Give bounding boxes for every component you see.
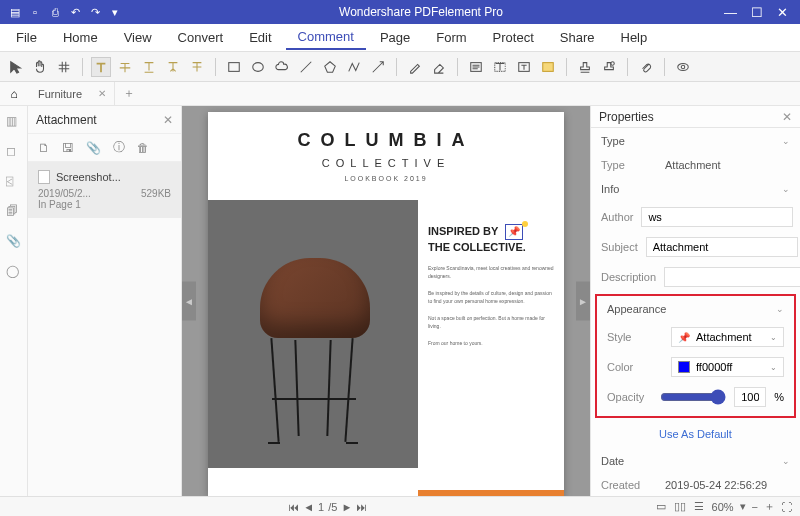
- hide-annotations-tool[interactable]: [673, 57, 693, 77]
- thumbnails-icon[interactable]: ▥: [6, 114, 22, 130]
- page-current[interactable]: 1: [318, 501, 324, 513]
- add-tab-button[interactable]: ＋: [115, 85, 143, 102]
- zoom-out-icon[interactable]: −: [752, 501, 758, 513]
- zoom-dropdown-icon[interactable]: ▾: [740, 500, 746, 513]
- oval-tool[interactable]: [248, 57, 268, 77]
- first-page-icon[interactable]: ⏮: [288, 501, 299, 513]
- section-info-header[interactable]: Info⌄: [591, 176, 800, 202]
- pencil-tool[interactable]: [405, 57, 425, 77]
- annotations-icon[interactable]: 🗐: [6, 204, 22, 220]
- attachment-annotation-icon[interactable]: 📌: [505, 224, 523, 240]
- line-tool[interactable]: [296, 57, 316, 77]
- select-tool[interactable]: [6, 57, 26, 77]
- use-as-default-link[interactable]: Use As Default: [591, 420, 800, 448]
- fullscreen-icon[interactable]: ⛶: [781, 501, 792, 513]
- description-input[interactable]: [664, 267, 800, 287]
- document-tab[interactable]: Furniture ✕: [28, 82, 115, 105]
- main-area: ▥ ◻ ⍃ 🗐 📎 ◯ Attachment ✕ 🗋 🖫 📎 ⓘ 🗑 Scree…: [0, 106, 800, 496]
- properties-close-icon[interactable]: ✕: [782, 110, 792, 124]
- polygon-tool[interactable]: [320, 57, 340, 77]
- color-select[interactable]: ff0000ff ⌄: [671, 357, 784, 377]
- search-icon[interactable]: ◯: [6, 264, 22, 280]
- menu-convert[interactable]: Convert: [166, 26, 236, 49]
- document-canvas[interactable]: ◄ ► COLUMBIA COLLECTIVE LOOKBOOK 2019: [182, 106, 590, 496]
- menu-edit[interactable]: Edit: [237, 26, 283, 49]
- panel-close-icon[interactable]: ✕: [163, 113, 173, 127]
- continuous-view-icon[interactable]: ☰: [694, 500, 704, 513]
- color-label: Color: [607, 361, 663, 373]
- redo-icon[interactable]: ↷: [88, 5, 102, 19]
- menu-protect[interactable]: Protect: [481, 26, 546, 49]
- zoom-value[interactable]: 60%: [712, 501, 734, 513]
- style-select[interactable]: 📌 Attachment ⌄: [671, 327, 784, 347]
- pin-icon: 📌: [678, 332, 690, 343]
- cloud-tool[interactable]: [272, 57, 292, 77]
- chevron-down-icon: ⌄: [770, 363, 777, 372]
- svg-point-8: [681, 65, 685, 69]
- tab-home[interactable]: ⌂: [0, 87, 28, 101]
- attachments-icon[interactable]: 📎: [6, 234, 22, 250]
- quick-access-toolbar: ▤ ▫ ⎙ ↶ ↷ ▾: [0, 5, 130, 19]
- undo-icon[interactable]: ↶: [68, 5, 82, 19]
- subject-input[interactable]: [646, 237, 798, 257]
- prev-page-icon[interactable]: ◄: [303, 501, 314, 513]
- next-page-arrow[interactable]: ►: [576, 282, 590, 321]
- edit-tool[interactable]: [54, 57, 74, 77]
- print-icon[interactable]: ⎙: [48, 5, 62, 19]
- menu-home[interactable]: Home: [51, 26, 110, 49]
- attach-add-icon[interactable]: 🗋: [38, 141, 50, 155]
- attachment-tool[interactable]: [636, 57, 656, 77]
- menu-comment[interactable]: Comment: [286, 25, 366, 50]
- single-page-view-icon[interactable]: ▭: [656, 500, 666, 513]
- file-icon: [38, 170, 50, 184]
- opacity-slider[interactable]: [660, 389, 726, 405]
- stamp-tool[interactable]: [575, 57, 595, 77]
- custom-stamp-tool[interactable]: [599, 57, 619, 77]
- prev-page-arrow[interactable]: ◄: [182, 282, 196, 321]
- hand-tool[interactable]: [30, 57, 50, 77]
- menu-form[interactable]: Form: [424, 26, 478, 49]
- separator: [82, 58, 83, 76]
- close-button[interactable]: ✕: [777, 5, 788, 20]
- menu-file[interactable]: File: [4, 26, 49, 49]
- attach-info-icon[interactable]: ⓘ: [113, 139, 125, 156]
- highlight-text-tool[interactable]: [91, 57, 111, 77]
- bookmark-ribbon-icon[interactable]: ⍃: [6, 174, 22, 190]
- connected-lines-tool[interactable]: [344, 57, 364, 77]
- underline-tool[interactable]: [139, 57, 159, 77]
- eraser-tool[interactable]: [429, 57, 449, 77]
- rectangle-tool[interactable]: [224, 57, 244, 77]
- menu-help[interactable]: Help: [609, 26, 660, 49]
- caret-tool[interactable]: [163, 57, 183, 77]
- strikethrough-tool[interactable]: [115, 57, 135, 77]
- area-highlight-tool[interactable]: [538, 57, 558, 77]
- save-icon[interactable]: ▫: [28, 5, 42, 19]
- qat-dropdown-icon[interactable]: ▾: [108, 5, 122, 19]
- two-page-view-icon[interactable]: ▯▯: [674, 500, 686, 513]
- menu-view[interactable]: View: [112, 26, 164, 49]
- author-input[interactable]: [641, 207, 793, 227]
- text-box-tool[interactable]: [514, 57, 534, 77]
- menu-page[interactable]: Page: [368, 26, 422, 49]
- note-tool[interactable]: [466, 57, 486, 77]
- typewriter-tool[interactable]: [490, 57, 510, 77]
- tab-close-icon[interactable]: ✕: [98, 88, 106, 99]
- section-type-header[interactable]: Type⌄: [591, 128, 800, 154]
- minimize-button[interactable]: ―: [724, 5, 737, 20]
- opacity-input[interactable]: [734, 387, 766, 407]
- attachment-item[interactable]: Screenshot... 2019/05/2... 529KB In Page…: [28, 162, 181, 218]
- attach-delete-icon[interactable]: 🗑: [137, 141, 149, 155]
- attach-link-icon[interactable]: 📎: [86, 141, 101, 155]
- arrow-tool[interactable]: [368, 57, 388, 77]
- attach-save-icon[interactable]: 🖫: [62, 141, 74, 155]
- section-date-header[interactable]: Date⌄: [591, 448, 800, 474]
- section-appearance-header[interactable]: Appearance⌄: [597, 296, 794, 322]
- replace-text-tool[interactable]: [187, 57, 207, 77]
- last-page-icon[interactable]: ⏭: [356, 501, 367, 513]
- menu-share[interactable]: Share: [548, 26, 607, 49]
- window-title: Wondershare PDFelement Pro: [130, 5, 712, 19]
- maximize-button[interactable]: ☐: [751, 5, 763, 20]
- next-page-icon[interactable]: ►: [341, 501, 352, 513]
- zoom-in-icon[interactable]: ＋: [764, 499, 775, 514]
- bookmarks-icon[interactable]: ◻: [6, 144, 22, 160]
